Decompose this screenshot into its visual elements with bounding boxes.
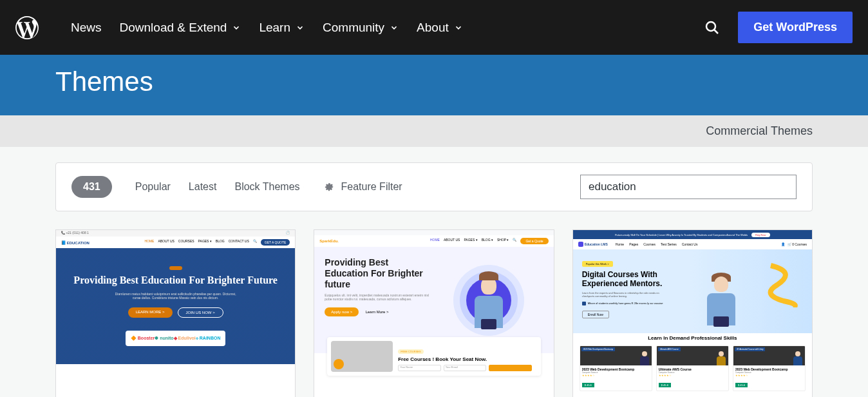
person-illustration [703, 273, 739, 327]
filter-container: 431 Popular Latest Block Themes Feature … [55, 162, 813, 211]
theme2-hero-title: Providing Best Education For Brighter fu… [325, 257, 434, 289]
tab-popular[interactable]: Popular [135, 181, 171, 193]
chevron-down-icon [454, 23, 463, 32]
page-title: Themes [55, 66, 813, 97]
svg-line-1 [714, 30, 718, 34]
theme1-hero-title: Providing Best Education For Brighter Fu… [73, 274, 278, 286]
theme-grid: 📞 +21 (011) 408 1🕐 📘 EDUCATION HOME ABOU… [55, 229, 813, 397]
nav-learn[interactable]: Learn [259, 21, 305, 35]
course-card: 2023 Web Development Bootcamp 2023 Web D… [580, 345, 652, 391]
nav-download[interactable]: Download & Extend [120, 21, 241, 35]
search-icon [704, 20, 720, 35]
nav-news[interactable]: News [71, 21, 102, 35]
main-nav: News Download & Extend Learn Community A… [71, 21, 704, 35]
result-count-badge: 431 [71, 176, 112, 198]
feature-filter-label: Feature Filter [341, 181, 402, 193]
nav-community[interactable]: Community [323, 21, 399, 35]
filter-bar: 431 Popular Latest Block Themes Feature … [55, 162, 813, 211]
gear-icon [323, 181, 335, 193]
tab-block-themes[interactable]: Block Themes [234, 181, 299, 193]
theme3-logo: Education LMS [578, 242, 608, 247]
theme3-section-title: Learn In Demand Professional Skills [573, 335, 812, 341]
chevron-down-icon [390, 23, 399, 32]
course-card: 2D Animated Course with Unity 2023 Web D… [733, 345, 806, 391]
theme-card-education-hub[interactable]: 📞 +21 (011) 408 1🕐 📘 EDUCATION HOME ABOU… [55, 229, 296, 397]
theme-card-education-lms[interactable]: Future-ready Skill On Your Schedule | Le… [572, 229, 813, 397]
theme-card-sparkedu[interactable]: SparkEdu. HOME ABOUT US PAGES ▾ BLOG ▾ S… [314, 229, 554, 397]
svg-point-0 [706, 22, 715, 31]
chevron-down-icon [296, 23, 305, 32]
commercial-bar: Commercial Themes [0, 115, 868, 147]
theme1-logo: 📘 EDUCATION [61, 240, 90, 245]
feature-filter-button[interactable]: Feature Filter [323, 181, 402, 193]
header-right: Get WordPress [704, 12, 853, 43]
filter-tabs: Popular Latest Block Themes [135, 181, 300, 193]
commercial-themes-link[interactable]: Commercial Themes [706, 124, 813, 137]
get-wordpress-button[interactable]: Get WordPress [738, 12, 853, 43]
title-bar: Themes [0, 55, 868, 115]
search-input[interactable] [580, 175, 797, 199]
person-illustration [469, 271, 508, 329]
nav-about[interactable]: About [417, 21, 463, 35]
course-card: Ultimate AWS Course Ultimate AWS CourseC… [656, 345, 729, 391]
chevron-down-icon [232, 23, 241, 32]
theme3-hero-title: Digital Courses With Experienced Mentors… [582, 270, 697, 289]
theme2-logo: SparkEdu. [319, 239, 339, 243]
search-button[interactable] [704, 20, 720, 35]
play-icon [334, 359, 344, 369]
wordpress-logo[interactable] [15, 16, 39, 39]
tab-latest[interactable]: Latest [189, 181, 217, 193]
main-header: News Download & Extend Learn Community A… [0, 0, 868, 55]
